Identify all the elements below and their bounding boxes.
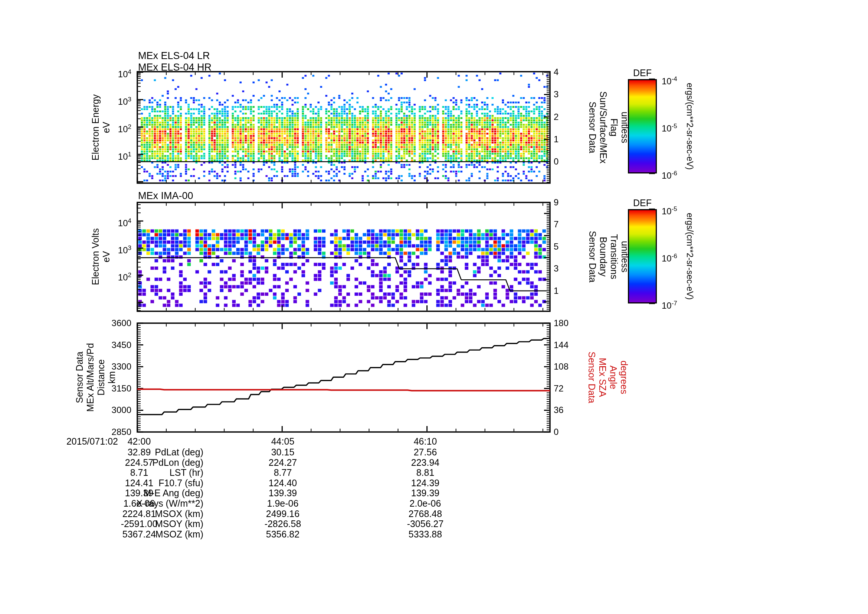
- ima-ytick-label: 104: [91, 215, 131, 229]
- ima-right-tick-label: 7: [554, 219, 583, 230]
- table-cell-value: 2224.81: [98, 508, 180, 519]
- sza-right-tick-label: 72: [554, 383, 583, 394]
- table-cell-value: 139.39: [384, 488, 466, 499]
- colorbar-els: [628, 79, 657, 174]
- table-cell-value: 5356.82: [242, 529, 324, 540]
- table-cell-value: -3056.27: [384, 519, 466, 529]
- table-cell-value: 224.57: [98, 457, 180, 468]
- table-cell-value: 30.15: [242, 447, 324, 458]
- sza-right-axis-label: degreesAngleMEx SZASensor Data: [586, 352, 629, 403]
- els-title-hr: MEx ELS-04 HR: [138, 62, 212, 73]
- els-ytick-label: 104: [91, 67, 131, 80]
- colorbar-tick-label: 10-6: [662, 251, 695, 264]
- table-cell-value: 139.39: [98, 488, 180, 499]
- table-cell-value: 5367.24: [98, 529, 180, 540]
- els-title-lr: MEx ELS-04 LR: [138, 50, 210, 62]
- ima-title: MEx IMA-00: [138, 190, 193, 202]
- table-cell-value: 139.39: [242, 488, 324, 499]
- table-cell-value: 124.40: [242, 478, 324, 488]
- colorbar-tick-label: 10-4: [662, 73, 695, 87]
- colorbar-tick-label: 10-7: [662, 298, 695, 311]
- table-cell-value: 223.94: [384, 457, 466, 468]
- els-y-axis-label: Electron EnergyeV: [90, 94, 112, 160]
- table-cell-value: -2826.58: [242, 519, 324, 529]
- table-cell-value: 124.41: [98, 478, 180, 488]
- table-cell-value: 27.56: [384, 447, 466, 458]
- table-cell-value: 5333.88: [384, 529, 466, 540]
- epoch-label: 2015/071:02: [36, 436, 118, 447]
- table-cell-value: 1.6e-06: [98, 498, 180, 509]
- els-spectrogram-canvas: [138, 72, 549, 182]
- sza-right-tick-label: 36: [554, 404, 583, 416]
- alt-ytick-label: 2850: [91, 426, 131, 438]
- els-right-tick-label: 4: [554, 67, 583, 78]
- els-right-tick-label: 1: [554, 134, 583, 145]
- table-cell-value: 224.27: [242, 457, 324, 468]
- table-cell-value: 124.39: [384, 478, 466, 488]
- ima-spectrogram-canvas: [138, 203, 549, 311]
- x-tick-label-1: 42:00: [110, 436, 169, 447]
- table-cell-value: 2768.48: [384, 508, 466, 519]
- ima-y-axis-label: Electron VoltseV: [90, 229, 112, 285]
- els-right-tick-label: 3: [554, 89, 583, 100]
- sza-right-tick-label: 180: [554, 317, 583, 329]
- colorbar-tick-label: 10-5: [662, 204, 695, 217]
- sza-right-tick-label: 144: [554, 339, 583, 351]
- table-cell-value: 1.9e-06: [242, 498, 324, 509]
- colorbar-ima-title: DEF: [628, 197, 657, 208]
- sza-right-tick-label: 108: [554, 361, 583, 372]
- table-cell-value: 8.77: [242, 467, 324, 478]
- els-right-axis-label: unitlessFlagSun/Surface/MExSensor Data: [587, 92, 630, 164]
- table-cell-value: 32.89: [98, 447, 180, 458]
- colorbar-ima: [628, 209, 657, 303]
- ima-right-axis-label: unitlessTransitionsBoundarySensor Data: [587, 231, 630, 283]
- els-right-tick-label: 2: [554, 112, 583, 123]
- table-cell-value: -2591.00: [98, 519, 180, 529]
- table-cell-value: 8.71: [98, 467, 180, 478]
- x-tick-label-2: 44:05: [253, 436, 313, 447]
- colorbar-tick-label: 10-5: [662, 121, 695, 134]
- els-right-tick-label: 0: [554, 156, 583, 167]
- colorbar-tick-label: 10-6: [662, 168, 695, 181]
- alt-y-axis-label: Sensor DataMEx Alt/Mars/PdDistancekm: [74, 343, 117, 412]
- ima-right-tick-label: 5: [554, 241, 583, 252]
- table-cell-value: 8.81: [384, 467, 466, 478]
- colorbar-els-title: DEF: [628, 68, 657, 78]
- ima-right-tick-label: 3: [554, 263, 583, 274]
- sza-right-tick-label: 0: [554, 426, 583, 438]
- pds-orbit-plot-page: MEx ELS-04 LR MEx ELS-04 HR MEx IMA-00 D…: [0, 0, 868, 614]
- table-cell-value: 2499.16: [242, 508, 324, 519]
- ima-right-tick-label: 9: [554, 197, 583, 208]
- alt-ytick-label: 3600: [91, 317, 131, 329]
- ima-right-tick-label: 1: [554, 285, 583, 297]
- table-cell-value: 2.0e-06: [384, 498, 466, 509]
- x-tick-label-3: 46:10: [395, 436, 455, 447]
